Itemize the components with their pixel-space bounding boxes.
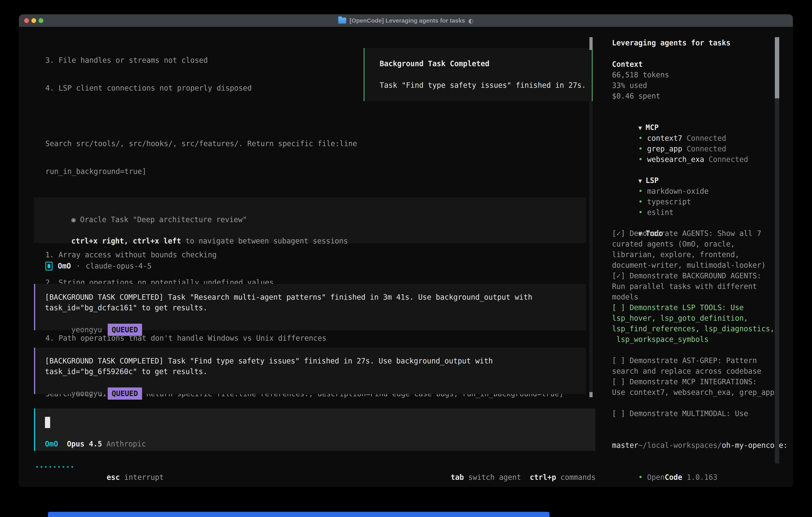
toast-title: Background Task Completed: [380, 58, 592, 80]
todo-section-header[interactable]: ▼Todo: [612, 218, 663, 228]
todo-line: [ ] Demonstrate MCP INTEGRATIONS:: [612, 377, 757, 387]
scrollback-line: run_in_background=true]: [46, 166, 585, 177]
background-task-card: [BACKGROUND TASK COMPLETED] Task "Resear…: [34, 284, 586, 330]
status-bar: esc interrupt tab switch agent ctrl+p co…: [19, 461, 596, 472]
oracle-shortcut-keys: ctrl+x right, ctrl+x left: [71, 237, 181, 245]
oracle-task-title: Oracle Task "Deep architecture review": [76, 215, 247, 224]
window-title: [OpenCode] Leveraging agents for tasks: [349, 17, 465, 24]
task-message-line2: task_id="bg_6f59260c" to get results.: [45, 366, 586, 377]
spinner-dots-icon: [36, 461, 73, 472]
background-window-sliver: [48, 512, 549, 517]
status-badge: QUEUED: [108, 387, 142, 400]
lsp-section-header[interactable]: ▼LSP: [612, 165, 659, 175]
status-badge: QUEUED: [108, 324, 142, 336]
task-author: yeongyu: [71, 389, 102, 398]
workspace-path: ~/local-workspaces/oh-my-opencode:: [612, 430, 788, 440]
todo-line: search and replace across codebase: [612, 366, 761, 377]
sidebar: Leveraging agents for tasks Context 66,5…: [612, 15, 774, 384]
tab-key-label: switch agent: [464, 473, 521, 482]
todo-line: curated agents (OmO, oracle,: [612, 239, 735, 249]
todo-line: [ ] Demonstrate MULTIMODAL: Use: [612, 408, 748, 419]
oracle-task-card: ◉ Oracle Task "Deep architecture review"…: [34, 197, 586, 243]
agent-header: OmO · claude-opus-4-5: [46, 261, 152, 271]
prompt-input[interactable]: OmO Opus 4.5 Anthropic: [34, 408, 596, 451]
proxy-circle-icon: ◐: [468, 17, 473, 24]
mcp-section-header[interactable]: ▼MCP: [612, 112, 659, 122]
todo-line: [✓] Demonstrate AGENTS: Show all 7: [612, 228, 761, 239]
todo-line: Run parallel tasks with different: [612, 281, 757, 292]
lsp-item: •markdown-oxide: [612, 175, 709, 186]
folder-icon: [338, 18, 346, 24]
context-used: 33% used: [612, 80, 647, 91]
ctrlp-key-label: commands: [556, 473, 596, 482]
input-agent-name: OmO: [45, 440, 58, 448]
oracle-shortcut-hint: to navigate between subagent sessions: [181, 237, 348, 245]
sidebar-scrollbar-thumb[interactable]: [775, 37, 779, 98]
lsp-item: •typescript: [612, 186, 691, 196]
mcp-item: •context7 Connected: [612, 123, 726, 133]
todo-line: lsp_find_references, lsp_diagnostics,: [612, 324, 775, 334]
input-model-name: Opus 4.5: [67, 440, 102, 448]
toast-body: Task "Find type safety issues" finished …: [380, 80, 592, 102]
app-version: •OpenCode 1.0.163: [612, 461, 717, 472]
git-branch: master: [612, 440, 638, 451]
task-message-line1: [BACKGROUND TASK COMPLETED] Task "Resear…: [45, 292, 586, 302]
dot-icon: •: [638, 155, 643, 164]
omo-agent-icon: [46, 262, 53, 271]
background-task-card: [BACKGROUND TASK COMPLETED] Task "Find t…: [34, 348, 586, 394]
agent-name: OmO: [58, 262, 71, 270]
context-spent: $0.46 spent: [612, 91, 660, 101]
todo-line: librarian, explore, frontend,: [612, 249, 739, 260]
agent-separator: ·: [76, 262, 81, 270]
minimize-window-button[interactable]: [31, 18, 36, 23]
task-message-line1: [BACKGROUND TASK COMPLETED] Task "Find t…: [45, 356, 586, 366]
input-provider-name: Anthropic: [102, 440, 146, 448]
dot-icon: •: [638, 473, 643, 482]
todo-line: Use context7, websearch_exa, grep_app: [612, 387, 775, 398]
agent-model: claude-opus-4-5: [86, 262, 152, 270]
context-header: Context: [612, 59, 643, 70]
esc-key-hint: esc: [107, 473, 120, 482]
dot-icon: •: [638, 208, 643, 217]
todo-line: models: [612, 292, 638, 302]
todo-line: lsp_hover, lsp_goto_definition,: [612, 313, 748, 324]
model-row: OmO Opus 4.5 Anthropic: [45, 440, 146, 448]
todo-line: [ ] Demonstrate LSP TOOLS: Use: [612, 302, 744, 313]
mcp-item: •websearch_exa Connected: [612, 143, 748, 154]
zoom-window-button[interactable]: [38, 18, 44, 23]
oracle-status-icon: ◉: [71, 215, 76, 224]
close-window-button[interactable]: [24, 18, 29, 23]
task-author: yeongyu: [71, 325, 102, 334]
text-cursor: [45, 417, 50, 428]
chat-scrollbar-thumb[interactable]: [589, 37, 592, 50]
scrollback-line: Search src/tools/, src/hooks/, src/featu…: [46, 138, 585, 149]
esc-key-label: interrupt: [120, 473, 164, 482]
todo-line: [ ] Demonstrate AST-GREP: Pattern: [612, 355, 757, 366]
sidebar-scrollbar-track: [775, 37, 779, 463]
tab-key-hint: tab: [451, 473, 464, 482]
todo-line: lsp_workspace_symbols: [612, 334, 708, 345]
scrollback-line: [46, 111, 585, 121]
chat-scrollbar-thumb-bottom[interactable]: [589, 392, 592, 397]
task-message-line2: task_id="bg_dcfac161" to get results.: [45, 302, 586, 313]
background-task-toast: Background Task Completed Task "Find typ…: [364, 48, 592, 101]
lsp-item: •eslint: [612, 196, 673, 207]
todo-line: [✓] Demonstrate BACKGROUND AGENTS:: [612, 271, 761, 281]
ctrlp-key-hint: ctrl+p: [530, 473, 556, 482]
context-tokens: 66,518 tokens: [612, 70, 669, 80]
terminal-window: [OpenCode] Leveraging agents for tasks ◐…: [19, 15, 793, 487]
mcp-item: •grep_app Connected: [612, 133, 726, 143]
session-title: Leveraging agents for tasks: [612, 37, 730, 48]
todo-line: document-writer, multimodal-looker): [612, 260, 766, 271]
